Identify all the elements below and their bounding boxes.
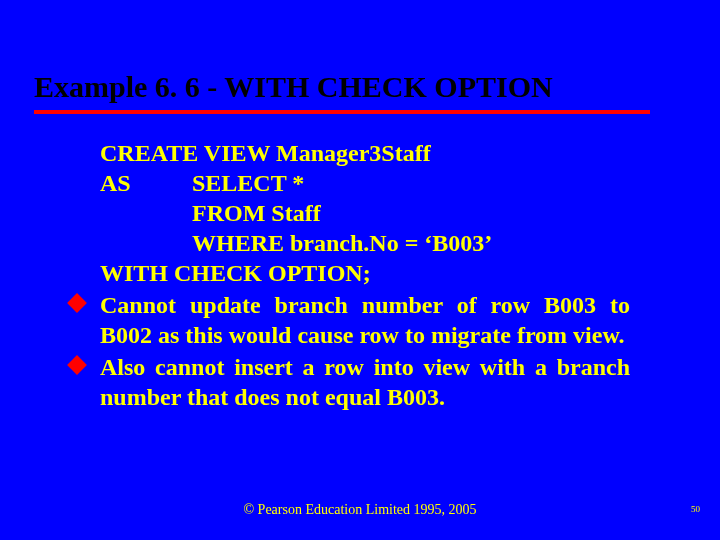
sql-line: CREATE VIEW Manager3Staff: [100, 138, 630, 168]
sql-text: FROM Staff: [192, 200, 321, 226]
diamond-bullet-icon: [67, 293, 87, 313]
sql-line: FROM Staff: [100, 198, 630, 228]
diamond-bullet-icon: [67, 355, 87, 375]
slide: Example 6. 6 - WITH CHECK OPTION CREATE …: [0, 0, 720, 540]
sql-line: WITH CHECK OPTION;: [100, 258, 630, 288]
bullet-item: Also cannot insert a row into view with …: [100, 352, 630, 412]
sql-keyword-as: AS: [100, 168, 192, 198]
slide-title: Example 6. 6 - WITH CHECK OPTION: [34, 70, 650, 114]
bullet-text: Cannot update branch number of row B003 …: [100, 292, 630, 348]
page-number: 50: [691, 504, 700, 514]
sql-text: SELECT *: [192, 170, 304, 196]
copyright-footer: © Pearson Education Limited 1995, 2005: [0, 502, 720, 518]
sql-line: WHERE branch.No = ‘B003’: [100, 228, 630, 258]
bullet-item: Cannot update branch number of row B003 …: [100, 290, 630, 350]
slide-content: CREATE VIEW Manager3Staff ASSELECT * FRO…: [40, 138, 680, 412]
bullet-text: Also cannot insert a row into view with …: [100, 354, 630, 410]
sql-block: CREATE VIEW Manager3Staff ASSELECT * FRO…: [100, 138, 630, 288]
sql-line: ASSELECT *: [100, 168, 630, 198]
sql-text: WHERE branch.No = ‘B003’: [192, 230, 492, 256]
